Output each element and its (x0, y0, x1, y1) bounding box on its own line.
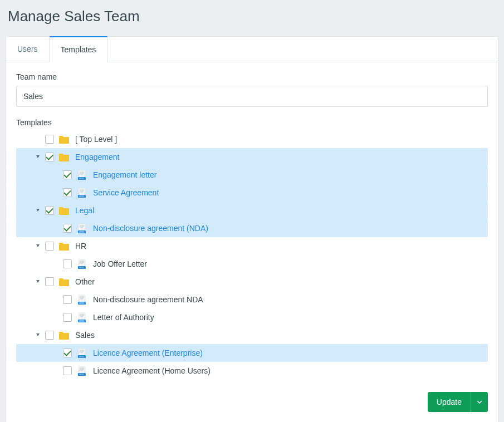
document-icon: DOC (76, 312, 87, 322)
svg-rect-42 (79, 366, 85, 373)
footer: Update (16, 392, 488, 412)
folder-icon (58, 152, 70, 162)
tree-row[interactable]: DOCNon-disclosure agreement NDA (16, 291, 488, 308)
document-icon: DOC (76, 170, 87, 180)
document-icon: DOC (76, 188, 87, 198)
tree-expander-icon[interactable] (34, 207, 42, 214)
tree-node-label: Other (75, 277, 95, 286)
tree-row[interactable]: DOCLicence Agreement (Home Users) (16, 362, 488, 380)
team-name-input[interactable] (16, 86, 488, 107)
document-icon: DOC (76, 366, 87, 376)
tree-checkbox[interactable] (63, 224, 72, 233)
document-icon: DOC (76, 295, 87, 305)
folder-icon (58, 241, 70, 251)
svg-rect-6 (79, 188, 85, 195)
team-name-label: Team name (16, 72, 488, 81)
tree-row[interactable]: Engagement (16, 148, 488, 166)
svg-text:DOC: DOC (80, 266, 85, 269)
tree-node-label: Licence Agreement (Enterprise) (93, 349, 203, 357)
tree-row[interactable]: DOCEngagement letter (16, 166, 488, 184)
tree-checkbox[interactable] (63, 170, 72, 179)
tree-checkbox[interactable] (45, 331, 54, 340)
tree-checkbox[interactable] (63, 349, 72, 357)
svg-text:DOC: DOC (80, 373, 85, 376)
folder-icon (58, 205, 70, 215)
templates-tree: [ Top Level ]EngagementDOCEngagement let… (16, 130, 488, 380)
document-icon: DOC (76, 348, 87, 358)
tree-checkbox[interactable] (63, 295, 72, 304)
tree-expander-icon[interactable] (34, 278, 42, 286)
tab-templates[interactable]: Templates (50, 36, 108, 62)
tree-node-label: Non-disclosure agreement (NDA) (93, 224, 208, 233)
tree-checkbox[interactable] (63, 313, 72, 322)
page-title: Manage Sales Team (6, 6, 498, 25)
templates-panel: Users Templates Team name Templates [ To… (6, 36, 498, 422)
tree-row[interactable]: DOCLicence Agreement (Enterprise) (16, 344, 488, 362)
svg-text:DOC: DOC (80, 355, 85, 358)
svg-text:DOC: DOC (80, 230, 85, 233)
tree-checkbox[interactable] (63, 188, 72, 197)
tab-content: Team name Templates [ Top Level ]Engagem… (6, 62, 498, 422)
document-icon: DOC (76, 223, 87, 233)
tree-node-label: Service Agreement (93, 188, 159, 197)
tree-row[interactable]: DOCLetter of Authority (16, 308, 488, 326)
svg-text:DOC: DOC (80, 195, 85, 198)
tree-row[interactable]: [ Top Level ] (16, 130, 488, 148)
svg-rect-30 (79, 313, 85, 320)
tree-node-label: Letter of Authority (93, 313, 154, 322)
tree-checkbox[interactable] (45, 135, 54, 144)
tree-node-label: Non-disclosure agreement NDA (93, 295, 203, 304)
svg-rect-24 (79, 295, 85, 302)
tree-checkbox[interactable] (63, 366, 72, 375)
document-icon: DOC (76, 259, 87, 269)
tree-node-label: Job Offer Letter (93, 259, 147, 268)
folder-icon (58, 277, 70, 287)
tabs: Users Templates (6, 37, 498, 62)
tree-checkbox[interactable] (63, 259, 72, 268)
tree-row[interactable]: HR (16, 237, 488, 255)
svg-text:DOC: DOC (80, 302, 85, 305)
tree-row[interactable]: Other (16, 273, 488, 291)
tree-node-label: Engagement (75, 153, 119, 161)
tab-users[interactable]: Users (6, 37, 50, 62)
tree-node-label: Legal (75, 206, 94, 215)
tree-row[interactable]: DOCJob Offer Letter (16, 255, 488, 273)
tree-node-label: HR (75, 242, 86, 251)
svg-text:DOC: DOC (80, 320, 85, 322)
chevron-down-icon (477, 400, 482, 404)
svg-rect-36 (79, 349, 85, 355)
tree-node-label: [ Top Level ] (75, 135, 117, 144)
tree-expander-icon[interactable] (34, 242, 42, 250)
svg-rect-12 (79, 224, 85, 230)
tree-checkbox[interactable] (45, 277, 54, 286)
tree-node-label: Sales (75, 331, 95, 340)
update-button-caret[interactable] (471, 392, 488, 412)
tree-expander-icon[interactable] (34, 153, 42, 161)
tree-node-label: Engagement letter (93, 170, 156, 179)
folder-icon (58, 134, 70, 144)
tree-row[interactable]: DOCService Agreement (16, 184, 488, 202)
tree-checkbox[interactable] (45, 242, 54, 251)
tree-checkbox[interactable] (45, 153, 54, 161)
folder-icon (58, 330, 70, 340)
tree-expander-icon[interactable] (34, 331, 42, 339)
tree-checkbox[interactable] (45, 206, 54, 215)
svg-text:DOC: DOC (80, 177, 85, 180)
svg-rect-18 (79, 259, 85, 266)
tree-row[interactable]: Sales (16, 326, 488, 344)
templates-section-label: Templates (16, 118, 488, 127)
tree-row[interactable]: Legal (16, 202, 488, 219)
tree-node-label: Licence Agreement (Home Users) (93, 366, 211, 375)
update-button[interactable]: Update (428, 392, 488, 412)
svg-rect-0 (79, 170, 85, 177)
tree-row[interactable]: DOCNon-disclosure agreement (NDA) (16, 219, 488, 237)
update-button-label: Update (428, 398, 471, 406)
